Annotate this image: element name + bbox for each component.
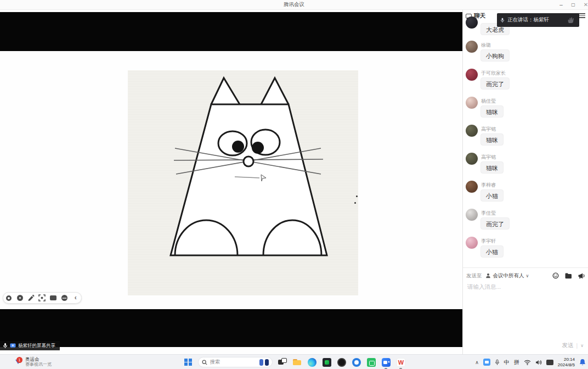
start-button[interactable] [183, 357, 193, 367]
cat-body-trapezoid [171, 104, 327, 255]
app-window: 腾讯会议 – ▢ ✕ [0, 0, 588, 369]
mic-icon [495, 359, 500, 366]
cat-drawing-canvas [128, 70, 358, 295]
window-title: 腾讯会议 [0, 1, 588, 8]
message-input[interactable] [466, 281, 585, 292]
person-icon [485, 273, 491, 278]
taskbar-center: 搜索 W [183, 355, 406, 369]
window-titlebar: 腾讯会议 – ▢ ✕ [0, 0, 588, 10]
message-bubble: 小狗狗 [480, 49, 510, 62]
share-label-text: 杨紫轩的屏幕共享 [18, 343, 55, 349]
app-button-store[interactable] [366, 357, 376, 367]
notification-badge: 1 [16, 357, 22, 363]
notification-bell-button[interactable] [579, 359, 586, 366]
more-tools-button[interactable] [60, 294, 69, 302]
widget-icon: 1 [14, 357, 22, 367]
input-mode-cn[interactable]: 中 [504, 359, 510, 366]
whiteboard-tool-button[interactable] [49, 294, 58, 302]
message-bubble: 小猫 [480, 189, 504, 202]
speaker-icon [535, 360, 542, 365]
emoji-button[interactable] [552, 272, 559, 279]
edge-browser-button[interactable] [307, 357, 317, 367]
avatar [466, 181, 478, 193]
cat-left-pupil [232, 141, 244, 153]
file-explorer-button[interactable] [292, 357, 302, 367]
chevron-left-icon: ‹ [75, 294, 77, 301]
app-button-dark[interactable] [322, 357, 332, 367]
stray-marks [354, 195, 359, 208]
chat-message: 高宇铭猫咪 [466, 153, 585, 179]
minimize-button[interactable]: – [556, 1, 566, 9]
wps-office-button[interactable]: W [396, 357, 406, 367]
avatar [466, 16, 478, 29]
speaking-banner: 正在讲话：杨紫轩 [497, 13, 579, 27]
collapse-toolbar-button[interactable]: ‹ [71, 294, 80, 302]
wifi-button[interactable] [524, 360, 531, 365]
taskbar-clock[interactable]: 20:14 2024/8/5 [558, 357, 575, 367]
news-widget[interactable]: 1 奥运会 赛事视讯一览 [14, 356, 52, 367]
search-placeholder: 搜索 [210, 359, 259, 366]
taskbar-search[interactable]: 搜索 [198, 357, 273, 367]
sender-name: 李宇轩 [481, 238, 496, 245]
sender-name: 李梓睿 [481, 182, 496, 189]
raised-hand-icon [567, 17, 576, 24]
audience-selector[interactable]: 会议中所有人 [493, 272, 524, 279]
screen-share-view: ‹ 杨紫轩的屏幕共享 [0, 10, 462, 354]
tray-dark-icon[interactable] [546, 360, 553, 365]
sender-name: 高宇铭 [481, 126, 496, 133]
clock-time: 20:14 [564, 357, 575, 362]
sender-name: 高宇铭 [481, 154, 496, 161]
announcement-button[interactable] [578, 273, 585, 279]
tencent-meeting-button[interactable] [381, 357, 391, 367]
sender-name: 徐璐 [481, 42, 491, 49]
cat-right-pupil [252, 142, 264, 154]
message-bubble: 猫咪 [480, 133, 504, 146]
cat-nose [244, 156, 253, 166]
avatar [466, 153, 478, 165]
file-button[interactable] [565, 273, 572, 279]
windows-taskbar: 1 奥运会 赛事视讯一览 搜索 W [0, 354, 588, 369]
chevron-down-icon: ∨ [580, 343, 584, 348]
system-tray: ∧ 中 拼 20:14 2024/8/5 [475, 355, 588, 369]
tray-mic-button[interactable] [495, 359, 500, 366]
tray-meeting-button[interactable] [483, 359, 490, 366]
send-divider: | [576, 343, 578, 349]
search-icon [202, 360, 207, 365]
annotation-toolbar: ‹ [3, 292, 82, 304]
send-label: 发送 [562, 342, 574, 349]
letterbox-bottom [0, 309, 462, 347]
chevron-down-icon[interactable]: ∨ [526, 273, 529, 278]
avatar [466, 125, 478, 137]
maximize-button[interactable]: ▢ [568, 1, 578, 9]
input-mode-pinyin[interactable]: 拼 [514, 359, 519, 366]
search-highlight-figure [259, 359, 263, 366]
cat-left-ear [211, 78, 240, 104]
screenshot-tool-button[interactable] [38, 294, 46, 302]
folder-icon [565, 273, 572, 279]
app-button-camera[interactable] [337, 357, 347, 367]
message-bubble: 猫咪 [480, 105, 504, 118]
avatar [466, 97, 478, 109]
pencil-icon [27, 294, 35, 301]
sender-name: 李佳莹 [481, 210, 496, 217]
send-button[interactable]: 发送 | ∨ [562, 342, 584, 349]
speaking-text: 正在讲话：杨紫轩 [507, 16, 549, 24]
volume-button[interactable] [535, 360, 542, 365]
window-extra-icon[interactable]: ✕ [581, 1, 588, 9]
wps-icon: W [397, 358, 405, 367]
meeting-icon [382, 358, 391, 367]
tray-expand-button[interactable]: ∧ [475, 360, 479, 365]
avatar [466, 237, 478, 249]
chat-message-list[interactable]: 大老虎徐璐小狗狗于可欣家长画完了杨佳莹猫咪高宇铭猫咪高宇铭猫咪李梓睿小猫李佳莹画… [463, 10, 588, 267]
task-view-button[interactable] [278, 357, 287, 367]
edge-icon [308, 358, 316, 367]
laser-tool-button[interactable] [16, 294, 24, 302]
chat-message: 徐璐小狗狗 [466, 41, 585, 67]
cursor-tool-button[interactable] [5, 294, 13, 302]
pen-tool-button[interactable] [27, 294, 35, 302]
cat-drawing [128, 70, 358, 295]
app-button-browser[interactable] [352, 357, 361, 367]
send-to-label: 发送至 [466, 272, 482, 279]
windows-logo-icon [184, 359, 192, 366]
letterbox-top [0, 12, 462, 51]
